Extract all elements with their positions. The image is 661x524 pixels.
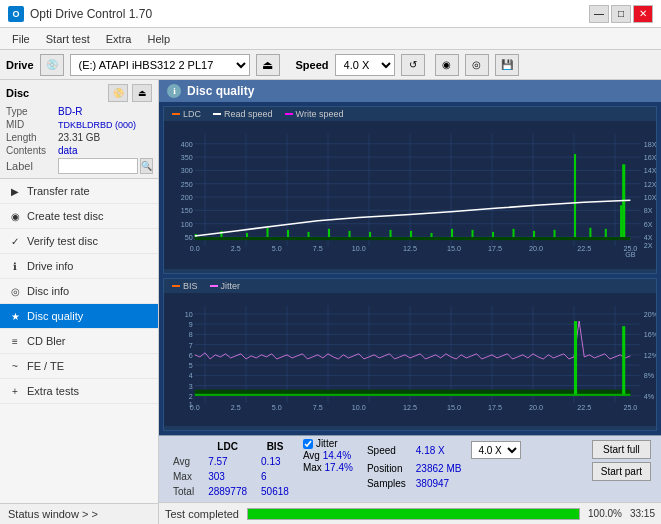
label-search-btn[interactable]: 🔍 — [140, 158, 153, 174]
status-window-button[interactable]: Status window > > — [0, 503, 158, 524]
titlebar-left: O Opti Drive Control 1.70 — [8, 6, 152, 22]
disc-btn2[interactable]: ◎ — [465, 54, 489, 76]
svg-text:4X: 4X — [644, 234, 653, 242]
disc-quality-icon: ★ — [8, 309, 22, 323]
position-value: 23862 MB — [412, 462, 466, 475]
svg-text:6: 6 — [189, 352, 193, 360]
progress-bar-area: Test completed 100.0% 33:15 — [159, 502, 661, 524]
sidebar-item-fe-te[interactable]: ~FE / TE — [0, 354, 158, 379]
svg-text:5.0: 5.0 — [272, 404, 282, 412]
svg-rect-54 — [328, 229, 330, 237]
speed-refresh-btn[interactable]: ↺ — [401, 54, 425, 76]
speed-stat-select[interactable]: 4.0 X — [471, 441, 521, 459]
disc-label-row: Label 🔍 — [6, 158, 152, 174]
start-part-button[interactable]: Start part — [592, 462, 651, 481]
sidebar-item-extra-tests[interactable]: +Extra tests — [0, 379, 158, 404]
svg-text:10: 10 — [185, 311, 193, 319]
svg-text:15.0: 15.0 — [447, 245, 461, 253]
svg-rect-49 — [220, 231, 222, 237]
charts-area: LDC Read speed Write speed — [159, 102, 661, 435]
svg-rect-53 — [308, 232, 310, 237]
svg-text:17.5: 17.5 — [488, 245, 502, 253]
menu-help[interactable]: Help — [139, 31, 178, 47]
content-area: ℹ Disc quality LDC Read speed — [159, 80, 661, 524]
menu-file[interactable]: File — [4, 31, 38, 47]
start-buttons: Start full Start part — [588, 438, 655, 483]
disc-btn1[interactable]: ◉ — [435, 54, 459, 76]
svg-text:2X: 2X — [644, 242, 653, 250]
sidebar-item-verify-test-disc[interactable]: ✓Verify test disc — [0, 229, 158, 254]
svg-rect-57 — [390, 230, 392, 237]
elapsed-time: 33:15 — [630, 508, 655, 519]
svg-text:25.0: 25.0 — [623, 404, 637, 412]
drive-select[interactable]: (E:) ATAPI iHBS312 2 PL17 — [70, 54, 250, 76]
svg-text:9: 9 — [189, 321, 193, 329]
samples-value: 380947 — [412, 477, 466, 490]
disc-section-label: Disc — [6, 87, 29, 99]
ldc-chart: LDC Read speed Write speed — [163, 106, 657, 274]
contents-label: Contents — [6, 145, 58, 156]
svg-text:22.5: 22.5 — [577, 404, 591, 412]
disc-eject-btn[interactable]: ⏏ — [132, 84, 152, 102]
contents-value: data — [58, 145, 77, 156]
menu-extra[interactable]: Extra — [98, 31, 140, 47]
sidebar: Disc 📀 ⏏ Type BD-R MID TDKBLDRBD (000) L… — [0, 80, 159, 524]
total-label: Total — [167, 485, 200, 498]
svg-text:400: 400 — [181, 141, 193, 149]
total-row: Total 2889778 50618 — [167, 485, 295, 498]
maximize-button[interactable]: □ — [611, 5, 631, 23]
jitter-label: Jitter — [316, 438, 338, 449]
write-speed-legend-item: Write speed — [285, 109, 344, 119]
svg-text:5.0: 5.0 — [272, 245, 282, 253]
drive-info-icon: ℹ — [8, 259, 22, 273]
ldc-chart-svg: 400 350 300 250 200 150 100 50 18X 16X 1… — [164, 121, 656, 269]
svg-text:8X: 8X — [644, 207, 653, 215]
svg-text:7.5: 7.5 — [313, 245, 323, 253]
sidebar-item-create-test-disc[interactable]: ◉Create test disc — [0, 204, 158, 229]
avg-label: Avg — [167, 455, 200, 468]
minimize-button[interactable]: — — [589, 5, 609, 23]
label-label: Label — [6, 160, 58, 172]
sidebar-item-transfer-rate[interactable]: ▶Transfer rate — [0, 179, 158, 204]
svg-text:12%: 12% — [644, 352, 656, 360]
sidebar-item-disc-info[interactable]: ◎Disc info — [0, 279, 158, 304]
disc-panel: Disc 📀 ⏏ Type BD-R MID TDKBLDRBD (000) L… — [0, 80, 158, 179]
label-input[interactable] — [58, 158, 138, 174]
titlebar-controls: — □ ✕ — [589, 5, 653, 23]
verify-test-disc-icon: ✓ — [8, 234, 22, 248]
sidebar-item-drive-info[interactable]: ℹDrive info — [0, 254, 158, 279]
cd-bler-label: CD Bler — [27, 335, 66, 347]
svg-rect-59 — [431, 233, 433, 237]
svg-text:2: 2 — [189, 393, 193, 401]
position-label: Position — [363, 462, 410, 475]
drive-icon-btn[interactable]: 💿 — [40, 54, 64, 76]
disc-info-btn[interactable]: 📀 — [108, 84, 128, 102]
bis-legend-item: BIS — [172, 281, 198, 291]
speed-select[interactable]: 4.0 X — [335, 54, 395, 76]
jitter-checkbox[interactable] — [303, 439, 313, 449]
jitter-header: Jitter — [303, 438, 353, 449]
svg-rect-67 — [589, 228, 591, 237]
right-stats: Speed 4.18 X 4.0 X Position 23862 MB — [361, 438, 528, 492]
close-button[interactable]: ✕ — [633, 5, 653, 23]
sidebar-item-cd-bler[interactable]: ≡CD Bler — [0, 329, 158, 354]
svg-rect-62 — [492, 232, 494, 237]
menu-start-test[interactable]: Start test — [38, 31, 98, 47]
bis-chart: BIS Jitter — [163, 278, 657, 431]
eject-button[interactable]: ⏏ — [256, 54, 280, 76]
start-full-button[interactable]: Start full — [592, 440, 651, 459]
speed-stat-value: 4.18 X — [412, 440, 466, 460]
save-btn[interactable]: 💾 — [495, 54, 519, 76]
mid-label: MID — [6, 119, 58, 130]
svg-text:18X: 18X — [644, 141, 656, 149]
menubar: File Start test Extra Help — [0, 28, 661, 50]
svg-text:GB: GB — [625, 251, 636, 259]
create-test-disc-label: Create test disc — [27, 210, 103, 222]
sidebar-item-disc-quality[interactable]: ★Disc quality — [0, 304, 158, 329]
type-label: Type — [6, 106, 58, 117]
bis-col-header: BIS — [255, 440, 295, 453]
disc-mid-row: MID TDKBLDRBD (000) — [6, 119, 152, 130]
total-bis: 50618 — [255, 485, 295, 498]
svg-rect-121 — [195, 394, 631, 396]
transfer-rate-label: Transfer rate — [27, 185, 90, 197]
